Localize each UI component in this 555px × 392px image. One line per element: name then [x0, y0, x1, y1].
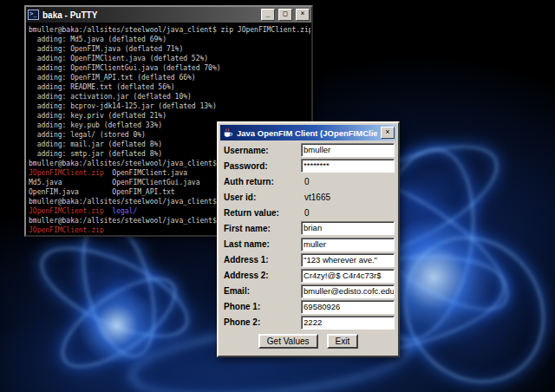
form-row-address2: Address 2: Cr4zy!@$ C4r4c73r$ — [222, 268, 395, 284]
form-row-phone2: Phone 2: 2222 — [222, 315, 395, 330]
email-field[interactable]: bmuller@edisto.cofc.edu — [301, 284, 395, 298]
return-value-label: Return value: — [222, 208, 302, 218]
form-row-auth-return: Auth return: 0 — [222, 173, 395, 189]
terminal-line: adding: key.priv (deflated 21%) — [29, 111, 310, 121]
putty-titlebar[interactable]: >_ baka - PuTTY _ □ × — [26, 7, 311, 23]
exit-button[interactable]: Exit — [327, 334, 359, 349]
dialog-button-bar: Get Values Exit — [222, 330, 395, 352]
password-label: Password: — [222, 161, 301, 171]
address1-label: Address 1: — [222, 255, 301, 265]
email-label: Email: — [222, 286, 301, 296]
phone1-label: Phone 1: — [222, 302, 301, 311]
first-name-field[interactable]: brian — [301, 221, 395, 235]
auth-return-label: Auth return: — [222, 177, 302, 186]
phone2-label: Phone 2: — [222, 317, 301, 327]
terminal-line: bmuller@baka:/allsites/steelwool/java_cl… — [29, 25, 310, 35]
desktop: >_ baka - PuTTY _ □ × bmuller@baka:/alls… — [0, 0, 555, 392]
dialog-close-button[interactable]: × — [381, 127, 395, 139]
maximize-button[interactable]: □ — [278, 9, 292, 21]
putty-terminal-icon: >_ — [28, 10, 39, 20]
terminal-line: adding: bcprov-jdk14-125.jar (deflated 1… — [29, 101, 310, 111]
address2-field[interactable]: Cr4zy!@$ C4r4c73r$ — [301, 269, 395, 283]
user-id-value: vt1665 — [302, 193, 330, 202]
terminal-line: adding: OpenFIMClient.java (deflated 52%… — [29, 54, 310, 63]
terminal-line: adding: OpenFIM.java (deflated 71%) — [29, 44, 310, 54]
form-row-first-name: First name: brian — [222, 220, 395, 236]
form-row-last-name: Last name: muller — [222, 236, 395, 252]
username-field[interactable]: bmuller — [301, 143, 395, 157]
form-row-address1: Address 1: "123 wherever ave." — [222, 252, 395, 268]
dialog-body: Username: bmuller Password: ******** Aut… — [222, 142, 395, 352]
terminal-line: adding: OpenFIMClientGui.java (deflated … — [29, 63, 310, 73]
password-field[interactable]: ******** — [301, 159, 395, 173]
last-name-label: Last name: — [222, 239, 301, 249]
dialog-titlebar[interactable]: Java OpenFIM Client (JOpenFIMClient) × — [220, 125, 396, 140]
form-row-password: Password: ******** — [222, 158, 395, 173]
terminal-line: adding: README.txt (deflated 56%) — [29, 82, 310, 92]
auth-return-value: 0 — [302, 177, 310, 186]
form-row-return-value: Return value: 0 — [222, 205, 395, 220]
terminal-line: adding: OpenFIM_API.txt (deflated 66%) — [29, 73, 310, 82]
java-cup-icon — [222, 127, 233, 139]
user-id-label: User id: — [222, 193, 302, 202]
dialog-title: Java OpenFIM Client (JOpenFIMClient) — [237, 128, 377, 138]
last-name-field[interactable]: muller — [301, 238, 395, 252]
phone1-field[interactable]: 69580926 — [301, 300, 395, 314]
first-name-label: First name: — [222, 224, 301, 233]
phone2-field[interactable]: 2222 — [301, 316, 395, 330]
terminal-line: adding: activation.jar (deflated 10%) — [29, 92, 310, 101]
address2-label: Address 2: — [222, 271, 301, 280]
close-button[interactable]: × — [296, 9, 310, 21]
address1-field[interactable]: "123 wherever ave." — [301, 253, 395, 267]
form-row-email: Email: bmuller@edisto.cofc.edu — [222, 284, 395, 299]
terminal-line: adding: Md5.java (deflated 69%) — [29, 35, 310, 44]
glow-core — [78, 286, 156, 364]
minimize-button[interactable]: _ — [261, 9, 275, 21]
putty-window-title: baka - PuTTY — [42, 10, 258, 20]
form-row-username: Username: bmuller — [222, 142, 395, 158]
form-row-user-id: User id: vt1665 — [222, 189, 395, 205]
return-value-value: 0 — [302, 208, 310, 218]
form-row-phone1: Phone 1: 69580926 — [222, 299, 395, 315]
get-values-button[interactable]: Get Values — [258, 334, 318, 349]
username-label: Username: — [222, 146, 301, 155]
jopenfim-dialog-window: Java OpenFIM Client (JOpenFIMClient) × U… — [217, 121, 400, 357]
